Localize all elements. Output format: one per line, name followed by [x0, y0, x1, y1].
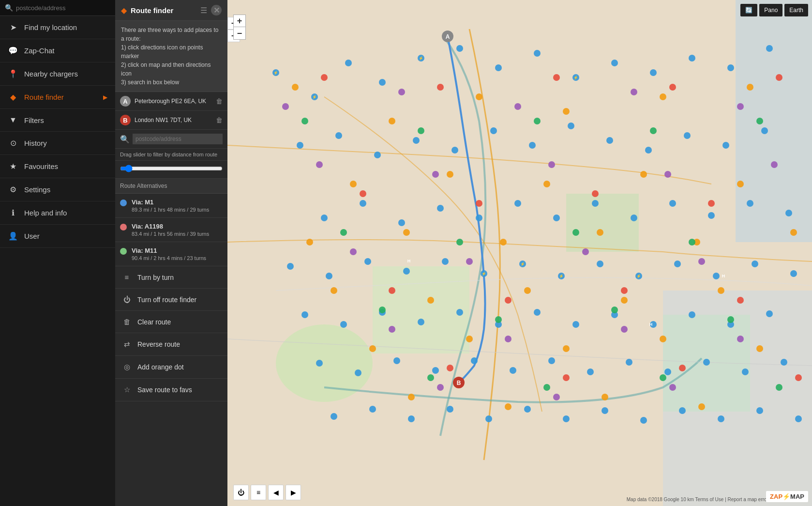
svg-point-79: [355, 369, 361, 376]
svg-point-111: [447, 171, 453, 178]
turn-by-turn-button[interactable]: ≡ Turn by turn: [115, 266, 227, 289]
svg-point-93: [408, 415, 415, 422]
route-instructions: There are three ways to add places to a …: [115, 21, 227, 92]
prev-button[interactable]: ◀: [268, 485, 284, 500]
reverse-icon: ⇄: [121, 340, 133, 349]
zoom-in-button[interactable]: +: [233, 15, 246, 27]
svg-point-20: [611, 60, 618, 66]
svg-text:H: H: [407, 259, 411, 263]
sidebar-item-nearby-chargers[interactable]: 📍 Nearby chargers: [0, 62, 115, 86]
route-alternative-1[interactable]: Via: M1 89.3 mi / 1 hrs 48 mins / 29 tur…: [115, 194, 227, 218]
svg-point-176: [650, 127, 657, 134]
waypoint-b-delete-button[interactable]: 🗑: [216, 116, 223, 124]
svg-point-46: [631, 215, 637, 221]
svg-point-25: [297, 142, 303, 149]
svg-point-83: [510, 367, 516, 374]
route-alternative-3[interactable]: Via: M11 90.4 mi / 2 hrs 4 mins / 23 tur…: [115, 242, 227, 266]
next-button[interactable]: ▶: [286, 485, 301, 500]
diamond-icon: ◆: [8, 92, 18, 102]
save-route-to-favs-button[interactable]: ☆ Save route to favs: [115, 379, 227, 401]
svg-point-131: [408, 394, 415, 400]
svg-point-146: [466, 258, 473, 265]
waypoint-b-address: London NW1 7DT, UK: [135, 117, 216, 123]
svg-point-177: [756, 118, 763, 124]
search-bar[interactable]: 🔍: [0, 0, 115, 16]
global-search-input[interactable]: [16, 4, 110, 12]
zoom-out-button[interactable]: −: [233, 27, 246, 40]
power-icon: ⏻: [121, 295, 133, 304]
add-orange-dot-button[interactable]: ◎ Add orange dot: [115, 356, 227, 379]
sidebar-item-favourites[interactable]: ★ Favourites: [0, 155, 115, 178]
sidebar-item-zap-chat[interactable]: 💬 Zap-Chat: [0, 39, 115, 62]
svg-point-101: [718, 415, 724, 422]
list-bottom-button[interactable]: ≡: [251, 485, 266, 500]
svg-point-152: [737, 336, 744, 342]
svg-point-141: [432, 171, 439, 178]
svg-text:⚡: ⚡: [559, 274, 564, 278]
svg-point-35: [684, 132, 691, 139]
svg-text:⚡: ⚡: [481, 271, 486, 276]
svg-point-168: [737, 297, 744, 304]
svg-point-51: [287, 263, 294, 270]
svg-point-87: [664, 368, 671, 375]
svg-point-118: [597, 229, 603, 236]
svg-point-99: [640, 417, 647, 424]
waypoint-b-circle: B: [120, 115, 131, 125]
svg-point-158: [553, 74, 560, 81]
sidebar-item-filters[interactable]: ▼ Filters: [0, 109, 115, 132]
svg-point-156: [321, 74, 328, 81]
route-alternative-2[interactable]: Via: A1198 83.4 mi / 1 hrs 56 mins / 39 …: [115, 218, 227, 242]
sidebar-label-find-location: Find my location: [24, 23, 77, 31]
svg-rect-2: [566, 194, 639, 252]
svg-point-54: [403, 268, 410, 275]
svg-point-134: [698, 403, 705, 410]
sidebar-item-route-finder[interactable]: ◆ Route finder ▶: [0, 86, 115, 109]
svg-point-52: [326, 273, 332, 279]
svg-point-165: [389, 287, 395, 294]
sidebar-label-user: User: [24, 232, 40, 240]
sidebar-label-favourites: Favourites: [24, 162, 58, 170]
svg-text:H: H: [722, 274, 725, 278]
svg-point-139: [737, 103, 744, 110]
pano-button[interactable]: Pano: [759, 4, 782, 16]
clear-route-button[interactable]: 🗑 Clear route: [115, 311, 227, 333]
turn-by-turn-label: Turn by turn: [137, 274, 174, 281]
svg-point-132: [505, 403, 511, 410]
svg-point-36: [722, 142, 729, 149]
distance-slider[interactable]: [120, 165, 223, 172]
svg-point-98: [601, 407, 608, 414]
map-area[interactable]: A B: [227, 0, 812, 506]
waypoint-a-delete-button[interactable]: 🗑: [216, 97, 223, 105]
power-bottom-button[interactable]: ⏻: [233, 485, 249, 500]
svg-point-144: [771, 161, 778, 168]
reverse-route-button[interactable]: ⇄ Reverse route: [115, 333, 227, 356]
svg-point-112: [543, 181, 550, 187]
menu-icon[interactable]: ☰: [200, 6, 207, 15]
route-alt-3-info: Via: M11 90.4 mi / 2 hrs 4 mins / 23 tur…: [132, 247, 206, 261]
refresh-map-button[interactable]: 🔄: [740, 4, 757, 16]
sidebar-item-settings[interactable]: ⚙ Settings: [0, 178, 115, 201]
earth-button[interactable]: Earth: [784, 4, 808, 16]
route-search-input[interactable]: [133, 134, 223, 144]
svg-point-50: [785, 210, 792, 216]
route-dot-2: [120, 224, 127, 230]
svg-point-110: [350, 181, 357, 187]
svg-point-78: [316, 360, 323, 367]
svg-point-92: [369, 406, 376, 413]
route-alternatives-header: Route Alternatives: [115, 179, 227, 194]
svg-point-104: [292, 84, 299, 91]
svg-point-154: [553, 394, 560, 400]
svg-point-182: [379, 307, 386, 313]
sidebar-item-help-info[interactable]: ℹ Help and info: [0, 201, 115, 225]
svg-point-102: [756, 407, 763, 414]
svg-point-121: [331, 287, 337, 294]
sidebar-label-history: History: [24, 139, 47, 147]
svg-point-114: [737, 181, 744, 187]
turn-off-route-finder-button[interactable]: ⏻ Turn off route finder: [115, 289, 227, 311]
svg-point-68: [418, 319, 424, 325]
sidebar-item-user[interactable]: 👤 User: [0, 225, 115, 248]
svg-point-85: [587, 368, 594, 375]
sidebar-item-history[interactable]: ⊙ History: [0, 132, 115, 155]
sidebar-item-find-location[interactable]: ➤ Find my location: [0, 16, 115, 39]
close-route-panel-button[interactable]: ✕: [211, 5, 222, 15]
